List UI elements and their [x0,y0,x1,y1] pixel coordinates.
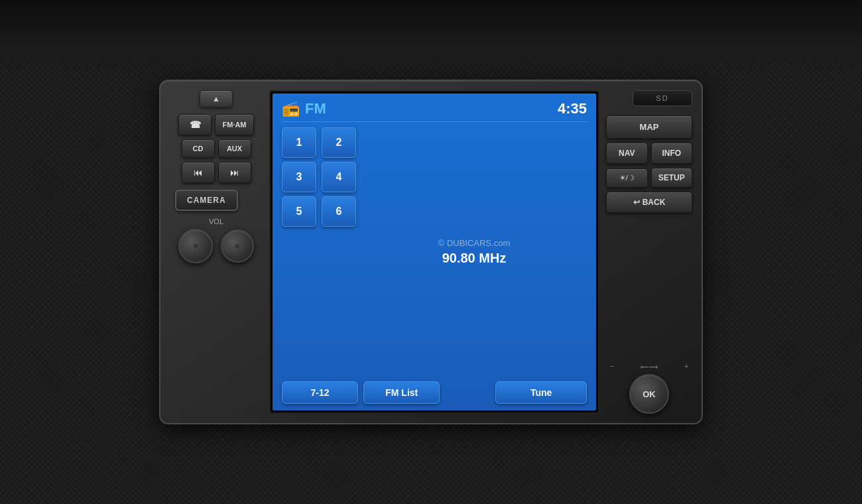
fm-mode-label: FM [305,100,326,117]
preset-3-button[interactable]: 3 [282,162,316,192]
vol-section: VOL [170,218,263,263]
phone-button[interactable]: ☎ [178,114,212,135]
bezel: ▲ ☎ FM·AM CD AUX ⏮ ⏭ [159,80,703,424]
hazard-area: ! [418,12,444,36]
preset-5-button[interactable]: 5 [282,196,316,227]
day-night-setup-row: ☀/☽ SETUP [606,168,692,188]
screen: 📻 FM 4:35 1 2 [273,94,596,410]
btn-7-12[interactable]: 7-12 [282,381,358,404]
back-button[interactable]: ↩ ↩ BACK BACK [606,192,692,213]
frequency-display: 90.80 MHz [442,251,507,266]
sun-icon: ☀ [619,174,626,182]
vol-minus-icon: − [610,363,614,370]
back-arrow-icon: ↩ [633,198,640,207]
vol-plus-icon: + [684,363,688,370]
top-vent-area [0,0,862,73]
cd-aux-row: CD AUX [170,139,263,158]
next-button[interactable]: ⏭ [218,162,251,183]
eject-button[interactable]: ▲ [200,90,233,107]
preset-1-button[interactable]: 1 [282,127,316,158]
preset-4-button[interactable]: 4 [322,162,356,192]
sd-slot: SD [633,90,692,106]
time-display: 4:35 [558,100,587,117]
vol-label: VOL [209,218,223,225]
nav-info-row: NAV INFO [606,143,692,164]
info-button[interactable]: INFO [651,143,693,164]
screen-header: 📻 FM 4:35 [282,100,587,122]
head-unit: ▲ ☎ FM·AM CD AUX ⏮ ⏭ [159,80,703,424]
knob-area [178,229,254,263]
cd-button[interactable]: CD [182,139,215,158]
watermark-text: © DUBICARS.com [438,238,511,248]
map-button[interactable]: MAP [606,115,692,139]
screen-bottom-controls: 7-12 FM List Tune [282,381,587,404]
eject-section: ▲ [170,90,263,107]
screen-main-info: © DUBICARS.com 90.80 MHz [361,127,587,376]
skip-row: ⏮ ⏭ [170,162,263,183]
right-bottom-section: − ⟵⟶ + OK [606,363,692,414]
moon-icon: ☽ [628,174,635,182]
day-night-button[interactable]: ☀/☽ [606,168,648,188]
screen-content: 1 2 3 4 5 6 [282,127,587,376]
ok-knob[interactable]: OK [629,374,669,414]
right-spacer [606,217,692,359]
sd-slot-area: SD [606,90,692,109]
aux-button[interactable]: AUX [218,139,251,158]
preset-6-button[interactable]: 6 [322,196,356,227]
nav-button[interactable]: NAV [606,143,648,164]
radio-wave-icon: 📻 [282,100,300,117]
fm-am-button[interactable]: FM·AM [215,114,253,135]
preset-2-button[interactable]: 2 [322,127,356,158]
vol-indicators: − ⟵⟶ + [606,363,692,370]
hazard-icon: ! [428,19,430,29]
screen-bezel: 📻 FM 4:35 1 2 [269,90,599,414]
right-control-panel: SD MAP NAV INFO ☀/☽ SETUP [606,90,692,414]
vol-range-icon: ⟵⟶ [641,363,658,370]
phone-fmam-row: ☎ FM·AM [170,114,263,135]
prev-button[interactable]: ⏮ [182,162,215,183]
left-control-panel: ▲ ☎ FM·AM CD AUX ⏮ ⏭ [170,90,263,414]
setup-button[interactable]: SETUP [651,168,693,188]
vol-knob[interactable] [221,229,254,263]
hazard-triangle: ! [418,12,444,36]
ok-knob-wrapper: OK [629,374,669,414]
camera-section: CAMERA [170,190,263,211]
btn-fm-list[interactable]: FM List [363,381,440,404]
presets-grid: 1 2 3 4 5 6 [282,127,356,376]
center-panel: 📻 FM 4:35 1 2 [269,90,599,414]
background: ! ▲ ☎ FM·AM CD AUX [0,0,862,504]
btn-tune[interactable]: Tune [495,381,587,404]
fm-indicator: 📻 FM [282,100,326,117]
camera-button[interactable]: CAMERA [175,190,238,211]
power-knob[interactable] [178,229,213,263]
